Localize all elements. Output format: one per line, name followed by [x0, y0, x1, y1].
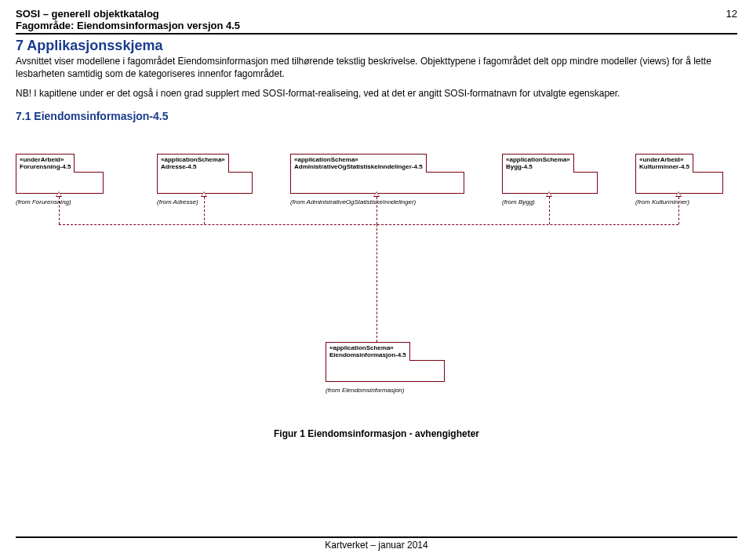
package-tab: «applicationSchema» AdministrativeOgStat… [290, 154, 427, 173]
package-tab: «applicationSchema» Adresse-4.5 [157, 154, 229, 173]
package-name: Adresse-4.5 [161, 163, 196, 170]
package-name: AdministrativeOgStatistiskeInndelinger-4… [294, 163, 423, 170]
footer-text: Kartverket – januar 2014 [325, 540, 427, 551]
package-body [16, 172, 104, 194]
package-tab: «underArbeid» Forurensning-4.5 [16, 154, 75, 173]
package-from: (from Eiendomsinformasjon) [326, 387, 443, 395]
package-tab: «applicationSchema» Eiendomsinformasjon-… [326, 342, 410, 361]
dependency-line [549, 197, 550, 224]
dependency-line [678, 197, 679, 224]
package-body [326, 360, 445, 382]
dependency-line [59, 197, 60, 224]
package-name: Eiendomsinformasjon-4.5 [329, 351, 406, 358]
page-number: 12 [726, 8, 737, 20]
dependency-line [59, 224, 678, 225]
arrow-head-icon [675, 191, 682, 197]
page-header: 12 SOSI – generell objektkatalog Fagområ… [16, 8, 737, 35]
package-eiendomsinformasjon: «applicationSchema» Eiendomsinformasjon-… [326, 342, 443, 395]
arrow-head-icon [373, 191, 380, 197]
doc-title: SOSI – generell objektkatalog [16, 8, 737, 20]
arrow-head-icon [56, 191, 62, 197]
page-footer: Kartverket – januar 2014 [16, 536, 737, 551]
package-tab: «underArbeid» Kulturminner-4.5 [635, 154, 693, 173]
package-tab: «applicationSchema» Bygg-4.5 [502, 154, 574, 173]
arrow-head-icon [201, 191, 207, 197]
figure-caption: Figur 1 Eiendomsinformasjon - avhengighe… [16, 428, 737, 439]
doc-subject: Fagområde: Eiendomsinformasjon versjon 4… [16, 20, 737, 35]
package-stereotype: «applicationSchema» [506, 156, 570, 163]
heading-2: 7.1 Eiendomsinformasjon-4.5 [16, 110, 737, 122]
package-body [502, 172, 598, 194]
paragraph: NB! I kapitlene under er det også i noen… [16, 88, 729, 100]
package-body [290, 172, 464, 194]
package-stereotype: «applicationSchema» [294, 156, 358, 163]
dependency-line [376, 224, 377, 342]
paragraph: Avsnittet viser modellene i fagområdet E… [16, 56, 729, 80]
package-name: Kulturminner-4.5 [639, 163, 689, 170]
package-stereotype: «underArbeid» [639, 156, 683, 163]
arrow-head-icon [546, 191, 552, 197]
package-name: Bygg-4.5 [506, 163, 533, 170]
package-stereotype: «underArbeid» [20, 156, 64, 163]
package-body [635, 172, 723, 194]
uml-diagram: «underArbeid» Forurensning-4.5 (from For… [16, 154, 737, 420]
package-name: Forurensning-4.5 [20, 163, 71, 170]
heading-1: 7 Applikasjonsskjema [16, 38, 737, 54]
package-stereotype: «applicationSchema» [329, 344, 394, 351]
page: 12 SOSI – generell objektkatalog Fagområ… [0, 0, 753, 439]
package-body [157, 172, 253, 194]
dependency-line [376, 197, 377, 224]
dependency-line [204, 197, 205, 224]
package-stereotype: «applicationSchema» [161, 156, 225, 163]
